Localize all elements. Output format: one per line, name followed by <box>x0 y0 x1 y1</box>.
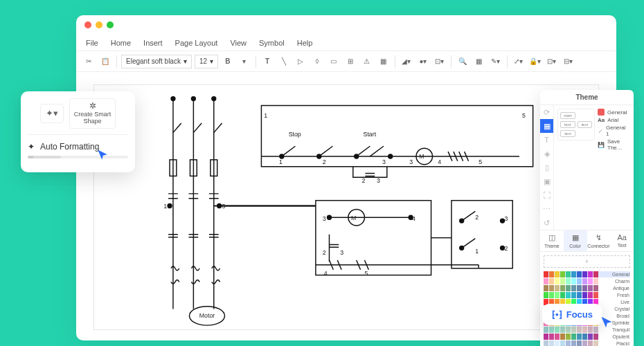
tab-recent-icon[interactable]: ⟳ <box>540 105 553 119</box>
svg-text:3: 3 <box>340 249 343 256</box>
svg-text:1: 1 <box>475 248 478 255</box>
svg-line-17 <box>357 146 370 156</box>
menu-symbol[interactable]: Symbol <box>259 39 285 47</box>
bold-icon[interactable]: B <box>221 55 235 69</box>
more-text-icon[interactable]: ▾ <box>238 55 251 69</box>
align-icon[interactable]: ⊞ <box>343 55 357 69</box>
svg-text:3: 3 <box>323 215 326 222</box>
tab-grid-icon[interactable]: ▦ <box>540 119 553 133</box>
shape-icon[interactable]: ◊ <box>310 55 324 69</box>
auto-format-slider[interactable] <box>28 156 128 158</box>
cursor-icon <box>96 149 109 164</box>
svg-text:2: 2 <box>323 158 326 165</box>
fill-icon[interactable]: ◢▾ <box>400 55 413 69</box>
tab-more-icon[interactable]: ⋯ <box>540 202 553 216</box>
pen-icon[interactable]: ✎▾ <box>489 55 503 69</box>
svg-point-42 <box>168 204 172 208</box>
tab-image-icon[interactable]: ▣ <box>540 174 553 188</box>
search-icon[interactable]: 🔍 <box>456 55 469 69</box>
mode-theme[interactable]: ◫Theme <box>540 230 564 251</box>
mode-color[interactable]: ▦Color <box>564 230 587 251</box>
mode-connector[interactable]: ↯Connector <box>587 230 611 251</box>
palette-row[interactable]: Tranquil <box>544 327 630 333</box>
resize-icon[interactable]: ⤢▾ <box>512 55 526 69</box>
svg-text:4: 4 <box>324 270 328 277</box>
palette-row[interactable]: Placid <box>544 340 630 346</box>
svg-point-43 <box>217 204 222 208</box>
font-size[interactable]: 12▾ <box>195 55 218 69</box>
theme-mode-tabs: ◫Theme ▦Color ↯Connector AaText <box>540 230 634 252</box>
warn-icon[interactable]: ⚠ <box>360 55 374 69</box>
palette-row[interactable]: Antique <box>544 285 630 291</box>
tab-expand-icon[interactable]: ⛶ <box>540 188 553 202</box>
theme-option[interactable]: 💾Save The… <box>598 138 630 151</box>
create-smart-shape-button[interactable]: ✲ Create Smart Shape <box>69 98 116 129</box>
focus-icon: ⁅▪⁆ <box>552 309 562 320</box>
send-icon[interactable]: ⊟▾ <box>562 55 575 69</box>
menu-page-layout[interactable]: Page Layout <box>175 39 218 47</box>
add-palette-button[interactable]: + <box>544 255 630 268</box>
theme-option[interactable]: ⟋General 1 <box>598 125 630 137</box>
menu-help[interactable]: Help <box>297 39 313 47</box>
svg-text:2: 2 <box>475 214 478 221</box>
paste-icon[interactable]: 📋 <box>98 55 112 69</box>
focus-button[interactable]: ⁅▪⁆ Focus <box>542 304 602 325</box>
pointer-icon[interactable]: ▷ <box>294 55 307 69</box>
svg-text:2: 2 <box>362 177 366 184</box>
svg-point-35 <box>460 246 464 250</box>
svg-text:M: M <box>351 215 356 221</box>
auto-format-card: ✦▾ ✲ Create Smart Shape ✦ Auto Formattin… <box>21 91 135 172</box>
theme-side-tabs: ⟳ ▦ T ◈ ▯ ▣ ⛶ ⋯ ↺ <box>540 105 554 230</box>
svg-text:5: 5 <box>364 270 368 277</box>
grid-icon[interactable]: ▦ <box>472 55 486 69</box>
spark-icon[interactable]: ✦▾ <box>40 104 64 123</box>
palette-row[interactable]: Charm <box>544 278 630 284</box>
menu-file[interactable]: File <box>86 39 98 47</box>
tab-history-icon[interactable]: ↺ <box>540 216 553 230</box>
circuit-diagram: 1 5 Stop Start 1 2 3 3 M 4 5 2 3 M 3 4 2… <box>94 85 598 329</box>
tab-layers-icon[interactable]: ◈ <box>540 147 553 161</box>
close-icon[interactable] <box>84 21 91 28</box>
menu-view[interactable]: View <box>230 39 247 47</box>
auto-formatting-button[interactable]: ✦ Auto Formatting <box>28 142 128 152</box>
minimize-icon[interactable] <box>96 21 102 28</box>
palette-row[interactable]: General <box>544 271 630 277</box>
theme-option[interactable]: General <box>598 109 630 116</box>
tab-page-icon[interactable]: ▯ <box>540 161 553 174</box>
svg-text:5: 5 <box>222 203 226 210</box>
lock-icon[interactable]: 🔒▾ <box>528 55 542 69</box>
svg-point-5 <box>212 97 216 101</box>
svg-rect-30 <box>451 201 512 268</box>
palette-row[interactable]: Fresh <box>544 292 630 298</box>
canvas[interactable]: 1 5 Stop Start 1 2 3 3 M 4 5 2 3 M 3 4 2… <box>93 84 599 330</box>
svg-line-19 <box>370 146 384 156</box>
svg-text:3: 3 <box>504 215 508 222</box>
svg-text:2: 2 <box>323 249 326 256</box>
svg-point-26 <box>328 215 332 219</box>
svg-text:M: M <box>419 153 424 160</box>
menu-insert[interactable]: Insert <box>143 39 163 47</box>
layout-icon[interactable]: ▦ <box>377 55 391 69</box>
theme-title: Theme <box>540 90 634 105</box>
maximize-icon[interactable] <box>107 21 114 28</box>
menu-home[interactable]: Home <box>111 39 131 47</box>
text-tool-icon[interactable]: T <box>260 55 274 69</box>
svg-text:Start: Start <box>364 131 377 138</box>
svg-text:1: 1 <box>264 112 267 119</box>
svg-text:5: 5 <box>478 158 482 165</box>
theme-option[interactable]: AaArial <box>598 117 630 123</box>
palette-row[interactable]: Opulent <box>544 334 630 340</box>
font-select[interactable]: Elegant soft black▾ <box>121 55 192 69</box>
mode-text[interactable]: AaText <box>610 230 634 251</box>
svg-line-8 <box>214 123 222 133</box>
svg-line-7 <box>193 123 202 133</box>
svg-text:3: 3 <box>409 158 413 165</box>
tab-text-icon[interactable]: T <box>540 133 553 147</box>
rect-icon[interactable]: ▭ <box>327 55 341 69</box>
crop-icon[interactable]: ⊡▾ <box>433 55 447 69</box>
line-tool-icon[interactable]: ╲ <box>277 55 291 69</box>
color-icon[interactable]: ●▾ <box>416 55 430 69</box>
svg-text:3: 3 <box>382 158 386 165</box>
group-icon[interactable]: ⊡▾ <box>545 55 559 69</box>
cut-icon[interactable]: ✂ <box>82 55 96 69</box>
